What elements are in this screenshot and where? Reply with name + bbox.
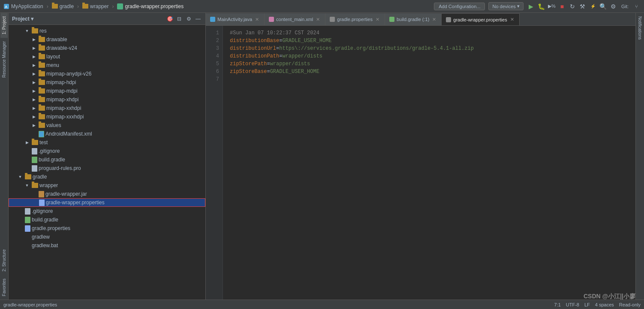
debug-button[interactable]: 🐛 [537, 2, 546, 11]
tab-close-content_main[interactable]: ✕ [315, 16, 321, 23]
build-button[interactable]: ⚒ [578, 2, 587, 11]
settings-button[interactable]: ⚙ [185, 15, 193, 23]
file-tree-content: resdrawabledrawable-v24layoutmenumipmap-… [9, 25, 205, 300]
sidebar-tab-favorites[interactable]: Favorites [0, 275, 8, 300]
no-devices-button[interactable]: No devices ▾ [488, 2, 523, 10]
folder-icon [38, 114, 45, 119]
tree-item-values[interactable]: values [9, 121, 205, 130]
search-everywhere-button[interactable]: 🔍 [599, 2, 608, 11]
status-indent: 4 spaces [595, 302, 614, 307]
tree-item-drawable-v24[interactable]: drawable-v24 [9, 44, 205, 52]
tree-item-layout[interactable]: layout [9, 52, 205, 61]
collapse-all-button[interactable]: ⊟ [175, 15, 183, 23]
folder-icon [38, 97, 45, 102]
breadcrumb-wrapper: wrapper [82, 3, 108, 9]
right-tab-notifications[interactable]: Notifications [636, 13, 644, 43]
sidebar-tab-structure[interactable]: 2: Structure [0, 246, 8, 275]
tree-item-mipmap-xxxhdpi[interactable]: mipmap-xxxhdpi [9, 112, 205, 121]
tree-item-gradlew[interactable]: ▶gradlew [9, 233, 205, 241]
tab-gradle_props[interactable]: gradle.properties✕ [325, 13, 385, 25]
folder-icon [38, 88, 45, 94]
tree-item-gradle-wrapper-jar[interactable]: ▶gradle-wrapper.jar [9, 190, 205, 198]
folder-icon [38, 37, 45, 42]
tree-item-gradle-wrapper-properties[interactable]: ▶gradle-wrapper.properties [9, 198, 205, 207]
xml-tab-icon [269, 17, 274, 22]
tree-item-drawable[interactable]: drawable [9, 35, 205, 44]
tab-close-build_gradle[interactable]: ✕ [431, 16, 437, 23]
folder-icon [82, 4, 88, 9]
code-line-6: zipStoreBase=GRADLE_USER_HOME [230, 68, 629, 76]
tree-item-mipmap-xxhdpi[interactable]: mipmap-xxhdpi [9, 104, 205, 112]
code-line-7 [230, 76, 629, 83]
locate-file-button[interactable]: 🎯 [166, 15, 174, 23]
tree-item-gitignore-app[interactable]: ▶.gitignore [9, 147, 205, 155]
tree-item-mipmap-mdpi[interactable]: mipmap-mdpi [9, 87, 205, 95]
tab-build_gradle[interactable]: build.gradle (:1)✕ [385, 13, 442, 25]
tree-item-mipmap-xhdpi[interactable]: mipmap-xhdpi [9, 95, 205, 104]
folder-icon [38, 80, 45, 85]
git-icon[interactable]: ⑂ [632, 2, 641, 11]
tree-item-build-gradle-root[interactable]: ▶build.gradle [9, 215, 205, 224]
tab-mainactivity[interactable]: MainActivity.java✕ [206, 13, 265, 25]
profile-button[interactable]: ⚡ [589, 2, 597, 11]
gradle-tab-icon [389, 17, 394, 22]
svg-text:A: A [5, 5, 8, 9]
settings-icon[interactable]: ⚙ [609, 2, 618, 11]
code-line-5: zipStorePath=wrapper/dists [230, 60, 629, 68]
folder-icon [38, 123, 45, 128]
right-sidebar: Notifications [635, 13, 644, 300]
tree-item-gradlew-bat[interactable]: ▶gradlew.bat [9, 241, 205, 250]
manifest-icon [38, 131, 44, 137]
add-configuration-button[interactable]: Add Configuration... [434, 3, 485, 10]
tree-item-res[interactable]: res [9, 27, 205, 35]
sync-button[interactable]: ↻ [568, 2, 577, 11]
folder-icon [38, 106, 45, 111]
tab-gradle_wrapper_props[interactable]: gradle-wrapper.properties✕ [442, 13, 519, 25]
jar-icon [38, 191, 44, 197]
file-tree-header: Project ▾ 🎯 ⊟ ⚙ — [9, 13, 205, 25]
tab-close-gradle_wrapper_props[interactable]: ✕ [509, 16, 515, 23]
title-bar: A MyApplication › gradle › wrapper › gra… [0, 0, 644, 13]
tree-item-gradle-properties[interactable]: ▶gradle.properties [9, 224, 205, 233]
gradle-props-icon [117, 3, 123, 9]
status-right: 7:1 UTF-8 LF 4 spaces Read-only [554, 302, 641, 307]
editor-content: 1234567 #Sun Jan 07 10:22:37 CST 2024dis… [206, 26, 635, 300]
tree-item-AndroidManifest[interactable]: ▶AndroidManifest.xml [9, 130, 205, 138]
status-line-col: 7:1 [554, 302, 561, 307]
code-line-3: distributionUrl=https\://services.gradle… [230, 45, 629, 52]
tree-item-build-gradle-app[interactable]: ▶build.gradle [9, 155, 205, 164]
run-button[interactable]: ▶ [527, 2, 536, 11]
run-with-coverage-button[interactable]: ▶% [548, 2, 556, 11]
tree-item-proguard[interactable]: ▶proguard-rules.pro [9, 164, 205, 173]
folder-icon [31, 28, 38, 33]
code-area[interactable]: #Sun Jan 07 10:22:37 CST 2024distributio… [223, 26, 635, 300]
tab-close-mainactivity[interactable]: ✕ [254, 16, 260, 23]
tree-item-gitignore-root[interactable]: ▶.gitignore [9, 207, 205, 215]
status-message: gradle-wrapper.properties [3, 302, 57, 307]
tab-content_main[interactable]: content_main.xml✕ [265, 13, 325, 25]
props-tab-icon [446, 17, 451, 22]
file-icon [24, 234, 30, 240]
tree-item-mipmap-hdpi[interactable]: mipmap-hdpi [9, 78, 205, 87]
tree-item-wrapper-dir[interactable]: wrapper [9, 181, 205, 190]
tree-item-menu[interactable]: menu [9, 61, 205, 70]
java-tab-icon [210, 17, 215, 22]
tree-item-gradle-dir[interactable]: gradle [9, 173, 205, 181]
tree-item-test[interactable]: test [9, 138, 205, 147]
gitignore-icon [24, 208, 30, 215]
code-line-1: #Sun Jan 07 10:22:37 CST 2024 [230, 29, 629, 37]
folder-icon [31, 183, 38, 188]
line-number-2: 2 [216, 37, 219, 45]
stop-button[interactable]: ■ [558, 2, 566, 11]
tree-item-mipmap-anydpi-v26[interactable]: mipmap-anydpi-v26 [9, 70, 205, 78]
close-panel-button[interactable]: — [194, 15, 202, 23]
gradle-icon [24, 217, 30, 223]
git-label: Git: [621, 4, 629, 9]
sidebar-tab-resource-manager[interactable]: Resource Manager [0, 38, 8, 81]
file-tree-panel: Project ▾ 🎯 ⊟ ⚙ — resdrawabledrawable-v2… [9, 13, 206, 300]
gradle-props-icon [38, 200, 45, 206]
folder-icon [38, 45, 45, 51]
status-readonly: Read-only [619, 302, 641, 307]
sidebar-tab-project[interactable]: 1: Project [0, 13, 8, 38]
tab-close-gradle_props[interactable]: ✕ [375, 16, 380, 23]
